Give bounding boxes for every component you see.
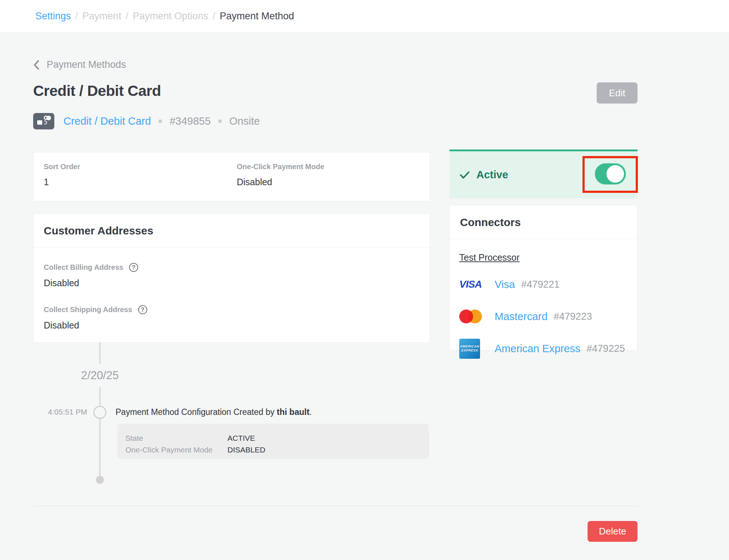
square-separator <box>218 120 222 123</box>
square-separator <box>159 120 162 123</box>
amex-logo-icon: AMERICAN EXPRESS <box>459 339 480 359</box>
right-column: Active Connectors Test Processor VISA Vi… <box>449 149 638 350</box>
connector-row-visa: VISA Visa #479221 <box>459 274 637 295</box>
detail-row-state: State ACTIVE <box>125 432 429 444</box>
payment-method-link[interactable]: Credit / Debit Card <box>63 115 151 127</box>
breadcrumb-payment-options[interactable]: Payment Options <box>133 11 208 22</box>
billing-address-value: Disabled <box>44 278 430 288</box>
detail-state-label: State <box>125 432 227 444</box>
connectors-card: Connectors Test Processor VISA Visa #479… <box>449 205 638 350</box>
left-column: Sort Order 1 One-Click Payment Mode Disa… <box>33 152 430 485</box>
toggle-knob <box>607 165 624 183</box>
help-icon[interactable]: ? <box>138 305 147 314</box>
breadcrumb-separator: / <box>75 11 78 22</box>
footer-divider <box>33 506 638 506</box>
test-processor-link[interactable]: Test Processor <box>459 252 519 263</box>
billing-address-label: Collect Billing Address <box>44 263 123 272</box>
activity-timeline: 2/20/25 4:05:51 PM Payment Method Config… <box>33 343 430 485</box>
payment-method-summary-row: Credit / Debit Card #349855 Onsite <box>33 113 638 129</box>
shipping-address-field: Collect Shipping Address ? Disabled <box>34 305 430 331</box>
detail-state-value: ACTIVE <box>227 432 255 444</box>
help-icon[interactable]: ? <box>129 263 138 272</box>
breadcrumb-separator: / <box>126 11 129 22</box>
active-toggle[interactable] <box>595 163 626 184</box>
credit-card-icon <box>33 113 54 129</box>
contactless-shape <box>44 121 47 124</box>
summary-card: Sort Order 1 One-Click Payment Mode Disa… <box>33 152 430 201</box>
timeline-event-actor: thi bault <box>277 407 309 417</box>
connector-row-mastercard: Mastercard #479223 <box>459 306 637 327</box>
timeline-end-dot <box>96 476 104 484</box>
sort-order-field: Sort Order 1 <box>44 163 237 201</box>
mastercard-logo-box <box>459 310 495 323</box>
back-link[interactable]: Payment Methods <box>33 59 638 70</box>
customer-addresses-title: Customer Addresses <box>34 214 430 237</box>
timeline-event-text: Payment Method Configuration Created by … <box>116 407 312 417</box>
timeline-event-details: State ACTIVE One-Click Payment Mode DISA… <box>117 424 429 459</box>
one-click-mode-field: One-Click Payment Mode Disabled <box>237 163 430 201</box>
visa-logo-box: VISA <box>459 279 495 290</box>
timeline-node-icon <box>93 406 106 419</box>
connectors-title: Connectors <box>450 205 637 229</box>
back-link-label: Payment Methods <box>47 59 126 70</box>
chevron-left-icon <box>33 60 39 70</box>
check-icon <box>460 171 469 179</box>
visa-link[interactable]: Visa <box>495 279 515 291</box>
payment-method-reference: #349855 <box>169 115 211 127</box>
edit-button[interactable]: Edit <box>597 82 638 104</box>
shipping-address-label: Collect Shipping Address <box>44 306 132 314</box>
timeline-date: 2/20/25 <box>79 364 120 387</box>
timeline-event-suffix: . <box>309 407 312 417</box>
breadcrumb-payment[interactable]: Payment <box>82 11 121 22</box>
sort-order-value: 1 <box>44 177 237 187</box>
main-content: Payment Methods Credit / Debit Card Edit… <box>0 59 638 542</box>
amex-logo-box: AMERICAN EXPRESS <box>459 339 495 359</box>
footer-row: Delete <box>33 521 638 542</box>
amex-logo-line1: AMERICAN <box>460 345 479 349</box>
breadcrumb-separator: / <box>213 11 215 22</box>
billing-address-field: Collect Billing Address ? Disabled <box>34 263 430 288</box>
active-status-panel: Active <box>449 149 638 198</box>
timeline-event-prefix: Payment Method Configuration Created by <box>116 407 277 417</box>
detail-row-one-click: One-Click Payment Mode DISABLED <box>125 444 429 456</box>
card-chip-shape <box>37 120 42 125</box>
card-divider <box>34 247 430 248</box>
mastercard-reference: #479223 <box>554 311 592 322</box>
page-title: Credit / Debit Card <box>33 82 161 100</box>
mastercard-link[interactable]: Mastercard <box>495 311 547 323</box>
card-divider <box>450 239 637 239</box>
title-row: Credit / Debit Card Edit <box>33 82 638 104</box>
detail-one-click-value: DISABLED <box>227 444 265 456</box>
amex-logo-line2: EXPRESS <box>461 349 478 353</box>
content-columns: Sort Order 1 One-Click Payment Mode Disa… <box>33 152 638 485</box>
one-click-mode-value: Disabled <box>237 177 430 187</box>
shipping-address-value: Disabled <box>44 320 430 331</box>
amex-reference: #479225 <box>586 343 625 354</box>
customer-addresses-card: Customer Addresses Collect Billing Addre… <box>33 213 430 343</box>
timeline-event-time: 4:05:51 PM <box>33 408 87 416</box>
detail-one-click-label: One-Click Payment Mode <box>125 444 227 456</box>
visa-reference: #479221 <box>521 279 560 290</box>
visa-logo-icon: VISA <box>459 279 482 290</box>
mastercard-logo-icon <box>459 310 482 323</box>
one-click-mode-label: One-Click Payment Mode <box>237 163 430 171</box>
status-badge: Active <box>476 169 508 181</box>
card-circle-shape <box>46 116 51 120</box>
connector-row-amex: AMERICAN EXPRESS American Express #47922… <box>459 338 637 359</box>
top-bar: Settings / Payment / Payment Options / P… <box>0 0 729 33</box>
breadcrumb: Settings / Payment / Payment Options / P… <box>35 11 294 22</box>
breadcrumb-settings[interactable]: Settings <box>35 11 71 22</box>
payment-method-channel: Onsite <box>229 115 260 127</box>
sort-order-label: Sort Order <box>44 163 237 171</box>
mastercard-red-circle <box>459 310 473 323</box>
amex-link[interactable]: American Express <box>495 343 580 355</box>
breadcrumb-payment-method: Payment Method <box>220 11 294 22</box>
delete-button[interactable]: Delete <box>588 521 638 542</box>
